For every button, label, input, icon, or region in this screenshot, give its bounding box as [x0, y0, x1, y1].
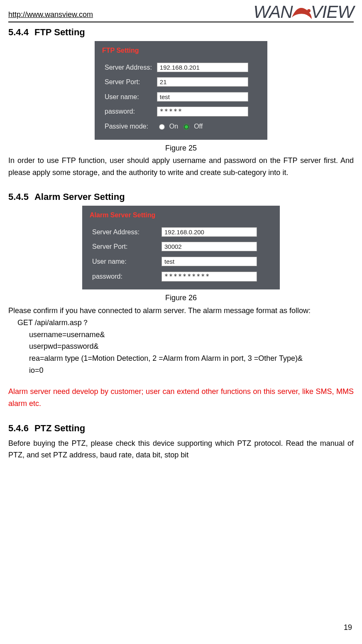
alarm-settings-panel: Alarm Server Setting Server Address: Ser… [82, 206, 280, 289]
ftp-passive-off-radio[interactable] [183, 124, 189, 130]
section-title: PTZ Setting [34, 423, 85, 433]
ftp-passive-off-label: Off [194, 121, 203, 132]
ftp-password-input[interactable] [157, 107, 248, 117]
section-heading-alarm: 5.4.5Alarm Server Setting [8, 190, 354, 204]
ftp-passive-label: Passive mode: [102, 119, 154, 134]
ptz-description: Before buying the PTZ, please check this… [8, 437, 354, 462]
ftp-passive-on-radio[interactable] [159, 124, 165, 130]
brand-logo: WANVIEW [253, 4, 354, 22]
header-url[interactable]: http://www.wansview.com [8, 9, 93, 22]
page-number: 19 [344, 622, 352, 634]
panel-title-alarm: Alarm Server Setting [90, 210, 272, 221]
alarm-username-label: User name: [90, 254, 159, 269]
alarm-password-label: password: [90, 269, 159, 284]
alarm-format-line3: userpwd=password& [8, 340, 354, 352]
brand-left: WAN [253, 2, 292, 22]
alarm-server-address-input[interactable] [161, 227, 257, 237]
alarm-desc-intro: Please confirm if you have connected to … [8, 305, 354, 317]
alarm-format-line4: rea=alarm type (1=Motion Detection, 2 =A… [8, 352, 354, 365]
alarm-server-port-input[interactable] [161, 242, 257, 251]
alarm-format-line1: GET /api/alarm.asp？ [8, 317, 354, 329]
panel-title-ftp: FTP Setting [102, 45, 260, 56]
ftp-password-label: password: [102, 104, 154, 119]
section-heading-ftp: 5.4.4FTP Setting [8, 25, 354, 39]
ftp-passive-on-label: On [169, 121, 178, 132]
alarm-format-line5: io=0 [8, 365, 354, 377]
ftp-server-address-input[interactable] [157, 63, 248, 72]
svg-point-0 [307, 9, 311, 12]
section-title: Alarm Server Setting [34, 192, 125, 202]
ftp-server-address-label: Server Address: [102, 60, 154, 75]
alarm-username-input[interactable] [161, 257, 257, 266]
alarm-red-note: Alarm server need develop by customer; u… [8, 386, 354, 410]
ftp-username-label: User name: [102, 90, 154, 104]
swoosh-icon [293, 4, 311, 22]
ftp-settings-panel: FTP Setting Server Address: Server Port:… [95, 41, 267, 140]
brand-right: VIEW [311, 2, 354, 22]
ftp-username-input[interactable] [157, 92, 248, 102]
section-heading-ptz: 5.4.6PTZ Setting [8, 421, 354, 435]
alarm-server-address-label: Server Address: [90, 225, 159, 240]
section-num: 5.4.6 [8, 423, 29, 433]
figure-25-caption: Figure 25 [8, 142, 354, 154]
alarm-format-line2: username=username& [8, 329, 354, 341]
ftp-description: In order to use FTP function, user shoul… [8, 155, 354, 179]
section-num: 5.4.4 [8, 27, 29, 37]
section-title: FTP Setting [34, 27, 85, 37]
section-num: 5.4.5 [8, 192, 29, 202]
page-header: http://www.wansview.com WANVIEW [8, 4, 354, 22]
ftp-server-port-input[interactable] [157, 77, 248, 87]
figure-26-caption: Figure 26 [8, 292, 354, 304]
ftp-server-port-label: Server Port: [102, 75, 154, 90]
alarm-server-port-label: Server Port: [90, 239, 159, 254]
alarm-password-input[interactable] [161, 272, 257, 282]
